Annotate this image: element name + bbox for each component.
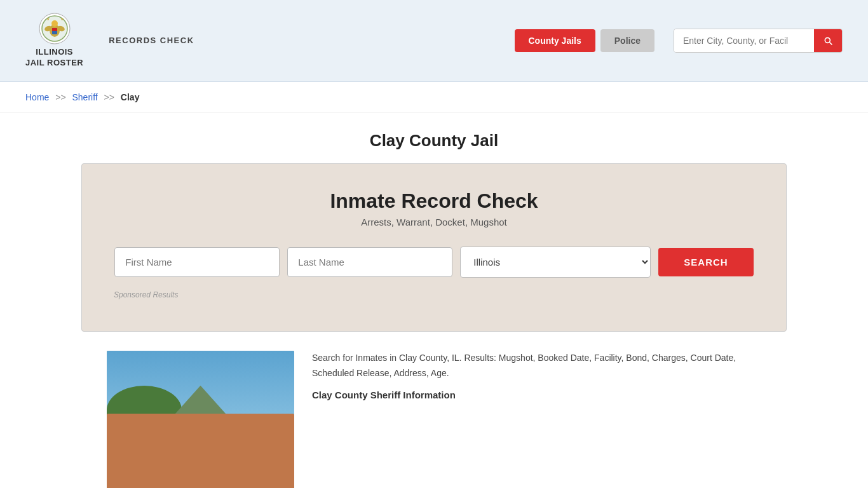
record-check-box: Inmate Record Check Arrests, Warrant, Do… [81,163,787,332]
nav-buttons: County Jails Police [515,29,655,52]
header-search-button[interactable] [814,29,842,52]
breadcrumb-bar: Home >> Sheriff >> Clay [0,82,868,113]
courthouse-image [107,351,294,488]
search-submit-button[interactable]: SEARCH [658,248,753,276]
svg-rect-7 [52,28,57,31]
breadcrumb-home[interactable]: Home [25,92,49,102]
sponsored-results-label: Sponsored Results [114,290,754,299]
content-text: Search for Inmates in Clay County, IL. R… [312,351,761,410]
first-name-input[interactable] [114,247,280,277]
content-section: Search for Inmates in Clay County, IL. R… [81,351,787,488]
page-title: Clay County Jail [25,131,843,151]
inmate-search-form: Illinois Alabama Alaska Arizona Arkansas… [114,247,754,278]
svg-text:★: ★ [46,17,50,21]
police-button[interactable]: Police [600,29,654,52]
header-search-bar [674,29,843,53]
state-seal-icon: ★ ★ [39,13,71,44]
svg-text:★: ★ [60,17,64,21]
breadcrumb-sheriff[interactable]: Sheriff [72,92,98,102]
sheriff-section-heading: Clay County Sheriff Information [312,387,761,403]
records-check-label: RECORDS CHECK [109,36,194,45]
record-check-subtitle: Arrests, Warrant, Docket, Mugshot [114,217,754,227]
state-select[interactable]: Illinois Alabama Alaska Arizona Arkansas… [460,247,651,278]
logo-link[interactable]: ★ ★ ILLINOIS JAIL ROSTER [25,13,83,69]
last-name-input[interactable] [287,247,452,277]
breadcrumb-current: Clay [121,92,140,102]
header: ★ ★ ILLINOIS JAIL ROSTER RECORDS CHECK C… [0,0,868,82]
page-title-section: Clay County Jail [0,113,868,163]
county-jails-button[interactable]: County Jails [515,29,595,52]
search-icon [823,36,833,46]
svg-point-3 [51,20,58,27]
breadcrumb-sep2: >> [104,92,114,102]
header-search-input[interactable] [674,29,814,52]
breadcrumb-sep1: >> [55,92,65,102]
record-check-heading: Inmate Record Check [114,189,754,213]
image-building [107,414,294,488]
content-description: Search for Inmates in Clay County, IL. R… [312,351,761,381]
logo-text: ILLINOIS JAIL ROSTER [25,47,83,69]
breadcrumb: Home >> Sheriff >> Clay [25,92,843,102]
